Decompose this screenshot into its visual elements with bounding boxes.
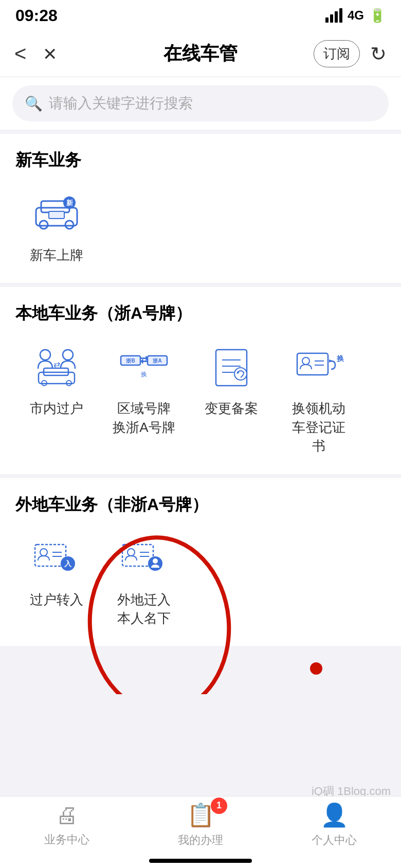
- svg-text:换: 换: [336, 354, 344, 363]
- transfer-in-icon: 入: [31, 532, 82, 583]
- close-button[interactable]: ✕: [43, 44, 57, 64]
- svg-rect-4: [49, 211, 64, 219]
- service-item-transfer-in[interactable]: 入 过户转入: [15, 532, 98, 628]
- svg-marker-30: [329, 359, 333, 363]
- network-type: 4G: [348, 8, 364, 23]
- section-title-local-car: 本地车业务（浙A号牌）: [15, 302, 386, 325]
- section-out-city-car: 外地车业务（非浙A号牌） 入 过户转入: [0, 478, 401, 646]
- search-placeholder: 请输入关键字进行搜索: [49, 94, 193, 113]
- svg-point-39: [127, 549, 135, 556]
- nav-right: 订阅 ↻: [314, 40, 387, 67]
- back-button[interactable]: <: [14, 42, 26, 65]
- section-new-car: 新车业务 新 新车上牌: [0, 134, 401, 283]
- search-input-wrap[interactable]: 🔍 请输入关键字进行搜索: [12, 85, 389, 121]
- status-icons: 4G 🔋: [325, 8, 386, 24]
- service-grid-out-city-car: 入 过户转入 外地迁入 本人名: [15, 532, 386, 628]
- service-label-city-transfer: 市内过户: [30, 399, 83, 418]
- svg-point-24: [234, 368, 247, 380]
- nav-left: < ✕: [14, 42, 57, 65]
- service-label-region-plate: 区域号牌 换浙A号牌: [113, 399, 175, 437]
- service-grid-local-car: ⇄ 市内过户 浙B ⇄ 浙A 换 区域: [15, 340, 386, 455]
- subscribe-button[interactable]: 订阅: [314, 40, 360, 67]
- service-label-transfer-in: 过户转入: [30, 590, 83, 609]
- tab-label-service-center: 业务中心: [44, 832, 89, 847]
- tab-my-handle[interactable]: 📋 1 我的办理: [178, 802, 223, 848]
- svg-text:新: 新: [66, 199, 74, 207]
- svg-point-33: [40, 549, 47, 556]
- svg-text:浙B: 浙B: [126, 358, 135, 364]
- service-label-change-record: 变更备案: [205, 399, 258, 418]
- svg-point-3: [65, 221, 74, 229]
- city-transfer-icon: ⇄: [31, 340, 82, 392]
- service-label-migrate-in: 外地迁入 本人名下: [117, 590, 171, 628]
- svg-text:⇄: ⇄: [53, 360, 60, 369]
- replace-cert-icon: 换: [293, 340, 344, 392]
- migrate-in-icon: [118, 532, 170, 583]
- svg-text:换: 换: [141, 371, 147, 378]
- svg-point-27: [302, 357, 309, 365]
- nav-bar: < ✕ 在线车管 订阅 ↻: [0, 31, 401, 77]
- change-record-icon: [206, 340, 257, 392]
- tab-service-center[interactable]: 🖨 业务中心: [44, 802, 89, 847]
- search-bar: 🔍 请输入关键字进行搜索: [0, 77, 401, 134]
- service-item-replace-cert[interactable]: 换 换领机动 车登记证 书: [278, 340, 360, 455]
- personal-center-icon: 👤: [320, 802, 349, 828]
- signal-icon: [325, 8, 342, 23]
- service-center-icon: 🖨: [56, 802, 78, 828]
- tab-badge-my-handle: 1: [211, 798, 227, 814]
- page-title: 在线车管: [163, 41, 238, 66]
- status-time: 09:28: [15, 6, 58, 25]
- status-bar: 09:28 4G 🔋: [0, 0, 401, 31]
- service-label-replace-cert: 换领机动 车登记证 书: [292, 399, 345, 455]
- service-item-region-plate[interactable]: 浙B ⇄ 浙A 换 区域号牌 换浙A号牌: [103, 340, 185, 455]
- new-plate-icon: 新: [31, 187, 82, 239]
- svg-point-7: [40, 350, 50, 360]
- svg-text:⇄: ⇄: [140, 355, 148, 365]
- section-title-new-car: 新车业务: [15, 149, 386, 172]
- tab-label-my-handle: 我的办理: [178, 833, 223, 848]
- service-item-city-transfer[interactable]: ⇄ 市内过户: [15, 340, 98, 455]
- service-item-migrate-in[interactable]: 外地迁入 本人名下: [103, 532, 185, 628]
- home-indicator: [149, 859, 252, 863]
- section-local-car: 本地车业务（浙A号牌） ⇄ 市内过户: [0, 287, 401, 474]
- svg-point-43: [153, 558, 158, 564]
- service-item-change-record[interactable]: 变更备案: [190, 340, 272, 455]
- svg-point-8: [63, 350, 73, 360]
- search-icon: 🔍: [25, 95, 43, 112]
- region-plate-icon: 浙B ⇄ 浙A 换: [118, 340, 170, 392]
- service-item-new-plate[interactable]: 新 新车上牌: [15, 187, 98, 264]
- tab-personal-center[interactable]: 👤 个人中心: [312, 802, 357, 848]
- section-title-out-city-car: 外地车业务（非浙A号牌）: [15, 494, 386, 516]
- svg-text:浙A: 浙A: [153, 358, 161, 364]
- svg-text:入: 入: [64, 559, 72, 568]
- refresh-icon[interactable]: ↻: [370, 43, 387, 65]
- battery-icon: 🔋: [369, 8, 386, 24]
- svg-rect-26: [297, 353, 328, 375]
- tab-label-personal-center: 个人中心: [312, 833, 357, 848]
- service-label-new-plate: 新车上牌: [30, 246, 83, 264]
- service-grid-new-car: 新 新车上牌: [15, 187, 386, 264]
- svg-point-2: [40, 221, 48, 229]
- tab-bar: 🖨 业务中心 📋 1 我的办理 👤 个人中心: [0, 796, 401, 868]
